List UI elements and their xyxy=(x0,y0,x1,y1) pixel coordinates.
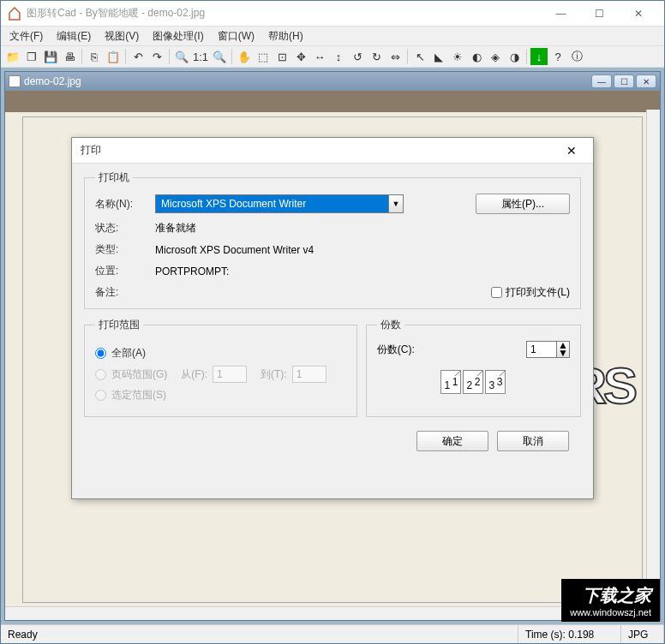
dialog-titlebar: 打印 ✕ xyxy=(72,138,593,164)
minimize-button[interactable]: — xyxy=(542,2,580,26)
undo-icon[interactable]: ↶ xyxy=(129,48,147,65)
status-time: Time (s): 0.198 xyxy=(518,625,621,643)
print-to-file-checkbox[interactable] xyxy=(491,287,502,298)
copies-spinner[interactable]: ▲▼ xyxy=(557,341,570,358)
print-icon[interactable]: 🖶 xyxy=(61,48,78,65)
windows-icon[interactable]: ❐ xyxy=(23,48,40,65)
menu-window[interactable]: 窗口(W) xyxy=(213,27,260,45)
range-selection-label: 选定范围(S) xyxy=(111,388,166,402)
status-format: JPG xyxy=(621,625,664,643)
h-resize-icon[interactable]: ↔ xyxy=(311,48,328,65)
brightness-icon[interactable]: ☀ xyxy=(449,48,466,65)
doc-close-button[interactable]: ✕ xyxy=(636,75,656,88)
cancel-button[interactable]: 取消 xyxy=(497,431,569,451)
status-ready: Ready xyxy=(1,625,518,643)
range-selection-radio xyxy=(95,390,106,401)
watermark-url: www.windowszj.net xyxy=(570,606,651,618)
print-to-file-label: 打印到文件(L) xyxy=(506,285,570,300)
window-title: 图形转Cad - By智能地暖 - demo-02.jpg xyxy=(27,6,542,21)
half-icon[interactable]: ◑ xyxy=(506,48,523,65)
fit-icon[interactable]: ⊡ xyxy=(273,48,291,65)
menubar: 文件(F) 编辑(E) 视图(V) 图像处理(I) 窗口(W) 帮助(H) xyxy=(1,27,664,45)
arrow-icon[interactable]: ↖ xyxy=(411,48,428,65)
menu-help[interactable]: 帮助(H) xyxy=(263,27,309,45)
copies-fieldset: 份数 份数(C): ▲▼ 11 22 33 xyxy=(366,318,581,417)
help-icon[interactable]: ? xyxy=(549,48,566,65)
range-fieldset: 打印范围 全部(A) 页码范围(G) 从(F): 到(T): 选定范围(S) xyxy=(84,318,357,417)
toolbar: 📁 ❐ 💾 🖶 ⎘ 📋 ↶ ↷ 🔍 1:1 🔍 ✋ ⬚ ⊡ ✥ ↔ ↕ ↺ ↻ … xyxy=(1,45,664,68)
watermark-title: 下载之家 xyxy=(570,584,651,606)
dialog-title: 打印 xyxy=(81,143,559,158)
to-input xyxy=(292,366,327,383)
printer-fieldset: 打印机 名称(N): Microsoft XPS Document Writer… xyxy=(84,170,581,309)
range-pages-label: 页码范围(G) xyxy=(111,367,167,382)
range-all-radio[interactable] xyxy=(95,348,106,359)
where-value: PORTPROMPT: xyxy=(155,265,570,277)
type-value: Microsoft XPS Document Writer v4 xyxy=(155,244,570,256)
menu-image[interactable]: 图像处理(I) xyxy=(147,27,208,45)
paste-icon[interactable]: 📋 xyxy=(105,48,122,65)
v-resize-icon[interactable]: ↕ xyxy=(330,48,347,65)
doc-icon xyxy=(9,75,21,87)
printer-legend: 打印机 xyxy=(95,170,133,185)
copies-legend: 份数 xyxy=(377,318,404,332)
svg-marker-0 xyxy=(9,8,20,20)
down-icon[interactable]: ↓ xyxy=(530,48,548,65)
name-label: 名称(N): xyxy=(95,197,147,212)
close-button[interactable]: ✕ xyxy=(619,2,657,26)
where-label: 位置: xyxy=(95,264,147,278)
range-pages-radio xyxy=(95,369,106,380)
chevron-down-icon[interactable]: ▼ xyxy=(388,194,404,213)
from-label: 从(F): xyxy=(181,367,207,382)
open-icon[interactable]: 📁 xyxy=(4,48,21,65)
printer-select[interactable]: Microsoft XPS Document Writer ▼ xyxy=(155,194,404,213)
zoom-out-icon[interactable]: 🔍 xyxy=(211,48,228,65)
scrollbar-vertical[interactable] xyxy=(646,110,660,606)
maximize-button[interactable]: ☐ xyxy=(580,2,619,26)
range-legend: 打印范围 xyxy=(95,318,143,332)
menu-view[interactable]: 视图(V) xyxy=(99,27,144,45)
doc-titlebar: demo-02.jpg — ☐ ✕ xyxy=(5,72,660,91)
print-dialog: 打印 ✕ 打印机 名称(N): Microsoft XPS Document W… xyxy=(71,137,594,499)
titlebar: 图形转Cad - By智能地暖 - demo-02.jpg — ☐ ✕ xyxy=(1,1,664,27)
collate-icon: 11 22 33 xyxy=(377,370,570,394)
type-label: 类型: xyxy=(95,242,147,257)
select-icon[interactable]: ⬚ xyxy=(255,48,272,65)
copies-label: 份数(C): xyxy=(377,343,415,357)
pan-icon[interactable]: ✋ xyxy=(236,48,253,65)
dialog-close-button[interactable]: ✕ xyxy=(559,144,584,158)
range-all-label: 全部(A) xyxy=(111,346,146,361)
contrast-icon[interactable]: ◐ xyxy=(468,48,485,65)
properties-button[interactable]: 属性(P)... xyxy=(476,194,570,214)
flip-icon[interactable]: ⇔ xyxy=(386,48,404,65)
menu-file[interactable]: 文件(F) xyxy=(4,27,48,45)
printer-select-value: Microsoft XPS Document Writer xyxy=(155,194,388,213)
rotate-right-icon[interactable]: ↻ xyxy=(368,48,385,65)
to-label: 到(T): xyxy=(261,367,287,382)
doc-maximize-button[interactable]: ☐ xyxy=(614,75,634,88)
status-label: 状态: xyxy=(95,221,147,236)
copy-icon[interactable]: ⎘ xyxy=(86,48,103,65)
doc-title: demo-02.jpg xyxy=(24,75,590,87)
zoom-in-icon[interactable]: 🔍 xyxy=(173,48,190,65)
move-icon[interactable]: ✥ xyxy=(292,48,309,65)
info-icon[interactable]: ⓘ xyxy=(568,48,585,65)
zoom-11-icon[interactable]: 1:1 xyxy=(192,48,209,65)
adjust-icon[interactable]: ◈ xyxy=(487,48,504,65)
from-input xyxy=(213,366,247,383)
ok-button[interactable]: 确定 xyxy=(416,431,488,451)
copies-input[interactable] xyxy=(526,341,557,358)
comment-label: 备注: xyxy=(95,285,147,300)
redo-icon[interactable]: ↷ xyxy=(148,48,165,65)
scrollbar-horizontal[interactable] xyxy=(5,606,646,620)
invert-icon[interactable]: ◣ xyxy=(430,48,447,65)
rotate-left-icon[interactable]: ↺ xyxy=(349,48,366,65)
status-value: 准备就绪 xyxy=(155,221,570,236)
menu-edit[interactable]: 编辑(E) xyxy=(51,27,96,45)
save-icon[interactable]: 💾 xyxy=(42,48,59,65)
statusbar: Ready Time (s): 0.198 JPG xyxy=(1,624,664,643)
watermark: 下载之家 www.windowszj.net xyxy=(561,579,660,622)
doc-minimize-button[interactable]: — xyxy=(591,75,612,88)
app-icon xyxy=(8,7,21,21)
